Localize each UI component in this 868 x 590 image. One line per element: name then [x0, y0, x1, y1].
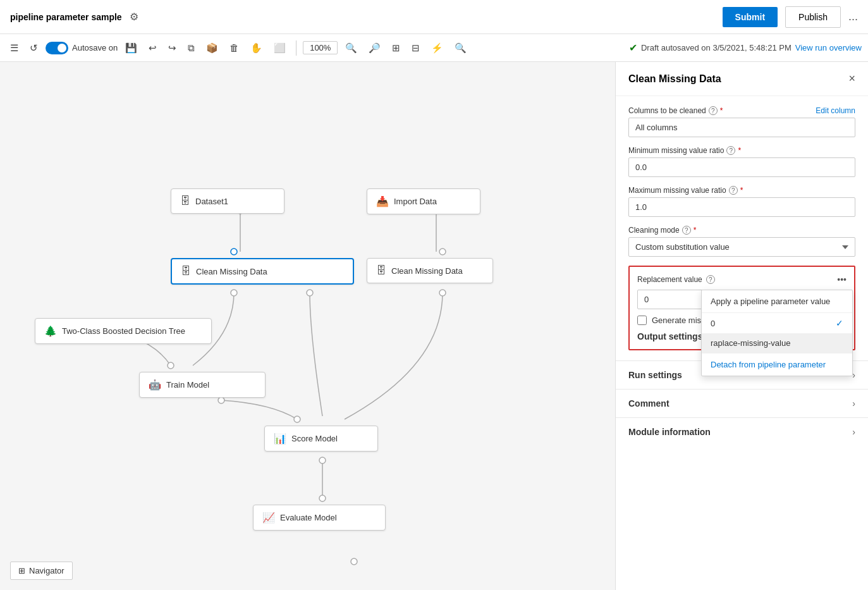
evaluate-icon: 📈: [262, 512, 275, 524]
cleaning-mode-help-icon[interactable]: ?: [682, 226, 691, 235]
top-bar: pipeline parameter sample ⚙ Submit Publi…: [0, 0, 868, 34]
svg-point-11: [168, 362, 174, 369]
cleaning-mode-select[interactable]: Custom substitution value Remove entire …: [628, 237, 855, 257]
node-label: Evaluate Model: [280, 513, 337, 522]
copy-button[interactable]: ⧉: [184, 40, 199, 56]
replacement-header: Replacement value ? •••: [637, 274, 847, 285]
draft-status-text: Draft autosaved on 3/5/2021, 5:48:21 PM: [641, 43, 792, 52]
columns-help-icon[interactable]: ?: [709, 106, 718, 115]
module-info-chevron: ›: [852, 427, 855, 437]
module-info-section[interactable]: Module information ›: [616, 417, 868, 446]
svg-point-5: [231, 249, 237, 255]
hand-button[interactable]: ✋: [247, 40, 266, 56]
node-label: Train Model: [166, 380, 209, 390]
navigator-icon: ⊞: [18, 566, 25, 575]
canvas[interactable]: 🗄 Dataset1 📥 Import Data 🗄 Clean Missing…: [0, 62, 615, 590]
replacement-input-wrap: Apply a pipeline parameter value 0 ✓ rap…: [637, 290, 847, 309]
draft-status-bar: ✔ Draft autosaved on 3/5/2021, 5:48:21 P…: [629, 42, 862, 54]
svg-point-16: [351, 558, 357, 565]
dropdown-option-replace[interactable]: raplace-missing-value: [702, 333, 852, 353]
score-icon: 📊: [274, 433, 286, 445]
publish-button[interactable]: Publish: [785, 6, 841, 28]
library-button[interactable]: ☰: [6, 40, 22, 56]
refresh-button[interactable]: ↺: [26, 40, 42, 56]
svg-point-8: [439, 249, 446, 255]
search-button[interactable]: 🔍: [451, 40, 470, 56]
comment-chevron: ›: [852, 398, 855, 409]
svg-point-14: [319, 457, 326, 464]
node-label: Import Data: [394, 197, 437, 206]
zoom-display[interactable]: 100%: [303, 41, 338, 54]
panel-close-button[interactable]: ×: [848, 72, 855, 85]
undo-button[interactable]: ↩: [145, 40, 161, 56]
node-label: Two-Class Boosted Decision Tree: [62, 326, 185, 336]
cleaning-mode-field-group: Cleaning mode ? * Custom substitution va…: [628, 226, 855, 257]
component-button[interactable]: 📦: [202, 40, 222, 56]
node-import-data[interactable]: 📥 Import Data: [367, 188, 480, 214]
replacement-help-icon[interactable]: ?: [706, 275, 715, 284]
run-button[interactable]: ⚡: [427, 40, 447, 56]
panel-title: Clean Missing Data: [628, 73, 848, 85]
generate-missing-checkbox[interactable]: [637, 316, 647, 325]
train-icon: 🤖: [149, 379, 161, 391]
node-score-model[interactable]: 📊 Score Model: [264, 426, 378, 452]
max-ratio-help-icon[interactable]: ?: [729, 186, 738, 195]
columns-input[interactable]: [628, 118, 855, 137]
autosave-toggle-wrap: Autosave on: [46, 42, 118, 54]
submit-button[interactable]: Submit: [723, 7, 778, 27]
layout-button[interactable]: ⬜: [270, 40, 290, 56]
autosave-label: Autosave on: [72, 43, 118, 52]
fit-view-button[interactable]: ⊞: [388, 40, 404, 56]
zoom-in-button[interactable]: 🔍: [341, 40, 361, 56]
zoom-out-button[interactable]: 🔎: [365, 40, 384, 56]
min-ratio-help-icon[interactable]: ?: [726, 146, 735, 155]
cleaning-mode-label: Cleaning mode ? *: [628, 226, 855, 235]
node-train-model[interactable]: 🤖 Train Model: [139, 372, 266, 398]
node-two-class[interactable]: 🌲 Two-Class Boosted Decision Tree: [35, 318, 212, 344]
save-button[interactable]: 💾: [121, 40, 141, 56]
replacement-title: Replacement value: [637, 275, 702, 284]
node-label: Score Model: [291, 434, 338, 443]
navigator-button[interactable]: ⊞ Navigator: [10, 562, 73, 580]
check-icon: ✔: [629, 42, 637, 54]
more-button[interactable]: ...: [848, 10, 858, 23]
clean-icon-2: 🗄: [376, 265, 386, 276]
columns-label: Columns to be cleaned ? * Edit column: [628, 106, 855, 115]
comment-title: Comment: [628, 398, 852, 409]
panel-header: Clean Missing Data ×: [616, 62, 868, 96]
dropdown-header: Apply a pipeline parameter value: [702, 290, 852, 313]
max-ratio-field-group: Maximum missing value ratio ? *: [628, 186, 855, 217]
delete-button[interactable]: 🗑: [226, 40, 243, 56]
grid-button[interactable]: ⊟: [408, 40, 424, 56]
clean-icon-1: 🗄: [181, 266, 191, 277]
main-area: 🗄 Dataset1 📥 Import Data 🗄 Clean Missing…: [0, 62, 868, 590]
module-info-title: Module information: [628, 427, 852, 437]
panel-body: Columns to be cleaned ? * Edit column Mi…: [616, 96, 868, 360]
autosave-toggle[interactable]: [46, 42, 68, 54]
min-ratio-input[interactable]: [628, 157, 855, 177]
gear-button[interactable]: ⚙: [130, 11, 138, 23]
node-label: Clean Missing Data: [196, 267, 267, 276]
node-clean-missing-2[interactable]: 🗄 Clean Missing Data: [367, 258, 493, 283]
import-icon: 📥: [376, 195, 389, 207]
redo-button[interactable]: ↪: [164, 40, 180, 56]
dropdown-option-0-label: 0: [711, 319, 715, 328]
node-clean-missing-1[interactable]: 🗄 Clean Missing Data: [171, 258, 354, 285]
min-ratio-label: Minimum missing value ratio ? *: [628, 146, 855, 155]
toolbar: ☰ ↺ Autosave on 💾 ↩ ↪ ⧉ 📦 🗑 ✋ ⬜ 100% 🔍 🔎…: [0, 34, 868, 62]
dropdown-option-0[interactable]: 0 ✓: [702, 313, 852, 333]
node-dataset1[interactable]: 🗄 Dataset1: [171, 188, 284, 214]
detach-pipeline-link[interactable]: Detach from pipeline parameter: [702, 353, 852, 376]
tree-icon: 🌲: [44, 325, 57, 337]
view-run-link[interactable]: View run overview: [795, 43, 862, 52]
edit-column-link[interactable]: Edit column: [816, 106, 855, 115]
comment-section[interactable]: Comment ›: [616, 389, 868, 417]
replacement-more-button[interactable]: •••: [837, 274, 847, 285]
svg-point-13: [294, 416, 300, 422]
replacement-dropdown: Apply a pipeline parameter value 0 ✓ rap…: [701, 290, 853, 376]
node-evaluate-model[interactable]: 📈 Evaluate Model: [253, 505, 386, 531]
max-ratio-input[interactable]: [628, 197, 855, 217]
columns-field-group: Columns to be cleaned ? * Edit column: [628, 106, 855, 137]
min-ratio-field-group: Minimum missing value ratio ? *: [628, 146, 855, 177]
svg-point-12: [218, 397, 224, 403]
